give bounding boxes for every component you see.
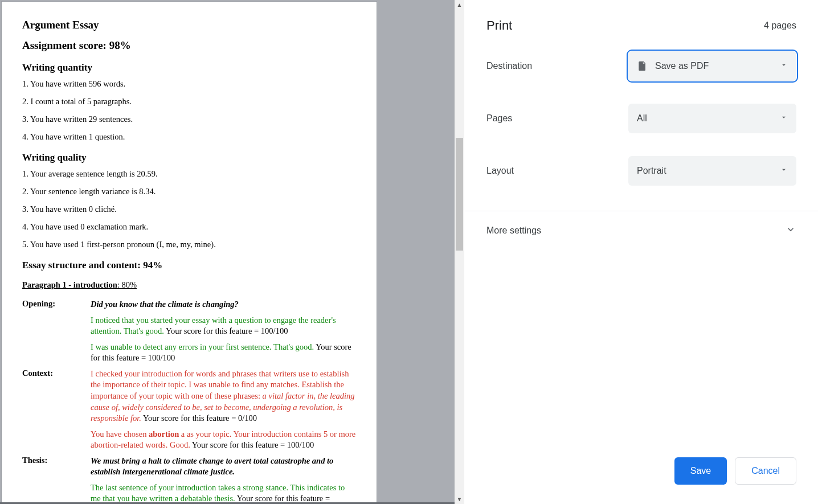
layout-label: Layout <box>486 166 514 176</box>
scrollbar-track[interactable] <box>455 10 464 494</box>
layout-select[interactable]: Portrait <box>628 156 796 186</box>
document-page: Argument Essay Assignment score: 98% Wri… <box>2 2 377 504</box>
feedback-line: You have chosen abortion a as your topic… <box>91 427 356 453</box>
pages-value: All <box>637 113 773 124</box>
quality-line: 3. You have written 0 cliché. <box>22 204 356 214</box>
quantity-line: 1. You have written 596 words. <box>22 79 356 89</box>
scroll-up-arrow-icon[interactable]: ▲ <box>455 0 464 10</box>
scrollbar-thumb[interactable] <box>456 138 463 251</box>
destination-select[interactable]: Save as PDF <box>628 51 796 81</box>
row-label-context: Context: <box>22 366 91 427</box>
pages-select[interactable]: All <box>628 104 796 133</box>
feedback-line: I checked your introduction for words an… <box>91 366 356 427</box>
doc-score: Assignment score: 98% <box>22 39 356 52</box>
destination-label: Destination <box>486 61 532 71</box>
chevron-down-icon <box>785 224 796 237</box>
quantity-line: 4. You have written 1 question. <box>22 132 356 142</box>
pdf-file-icon <box>637 60 648 72</box>
caret-down-icon <box>780 61 788 71</box>
row-label-opening: Opening: <box>22 297 91 313</box>
quality-line: 2. Your sentence length variance is 8.34… <box>22 187 356 196</box>
quantity-heading: Writing quantity <box>22 62 356 73</box>
scroll-down-arrow-icon[interactable]: ▼ <box>455 494 464 504</box>
quantity-line: 2. I count a total of 5 paragraphs. <box>22 97 356 106</box>
paragraph1-heading: Paragraph 1 - introduction: 80% <box>22 280 356 290</box>
pages-label: Pages <box>486 113 512 124</box>
feedback-line: The last sentence of your introduction t… <box>91 480 356 504</box>
print-title: Print <box>486 18 512 33</box>
quality-heading: Writing quality <box>22 152 356 163</box>
feedback-table: Opening: Did you know that the climate i… <box>22 297 356 504</box>
more-settings-label: More settings <box>486 226 541 236</box>
page-count-summary: 4 pages <box>764 21 796 31</box>
layout-value: Portrait <box>637 166 773 176</box>
row-label-thesis: Thesis: <box>22 453 91 480</box>
feedback-line: I was unable to detect any errors in you… <box>91 339 356 366</box>
print-dialog-sidebar: Print 4 pages Destination Save as PDF Pa… <box>464 0 818 504</box>
feedback-line: I noticed that you started your essay wi… <box>91 313 356 339</box>
caret-down-icon <box>780 113 788 124</box>
print-preview-pane: Argument Essay Assignment score: 98% Wri… <box>0 0 464 504</box>
doc-title: Argument Essay <box>22 19 356 31</box>
destination-value: Save as PDF <box>655 61 773 71</box>
structure-heading: Essay structure and content: 94% <box>22 260 356 271</box>
cancel-button[interactable]: Cancel <box>735 457 796 485</box>
more-settings-toggle[interactable]: More settings <box>465 211 818 250</box>
save-button[interactable]: Save <box>674 457 727 485</box>
caret-down-icon <box>780 166 788 176</box>
quality-line: 1. Your average sentence length is 20.59… <box>22 169 356 179</box>
preview-scroll-area[interactable]: Argument Essay Assignment score: 98% Wri… <box>0 0 464 504</box>
quality-line: 4. You have used 0 exclamation mark. <box>22 222 356 232</box>
thesis-sentence: We must bring a halt to climate change t… <box>91 456 333 477</box>
quantity-line: 3. You have written 29 sentences. <box>22 114 356 124</box>
quality-line: 5. You have used 1 first-person pronoun … <box>22 240 356 249</box>
opening-sentence: Did you know that the climate is changin… <box>91 300 239 309</box>
